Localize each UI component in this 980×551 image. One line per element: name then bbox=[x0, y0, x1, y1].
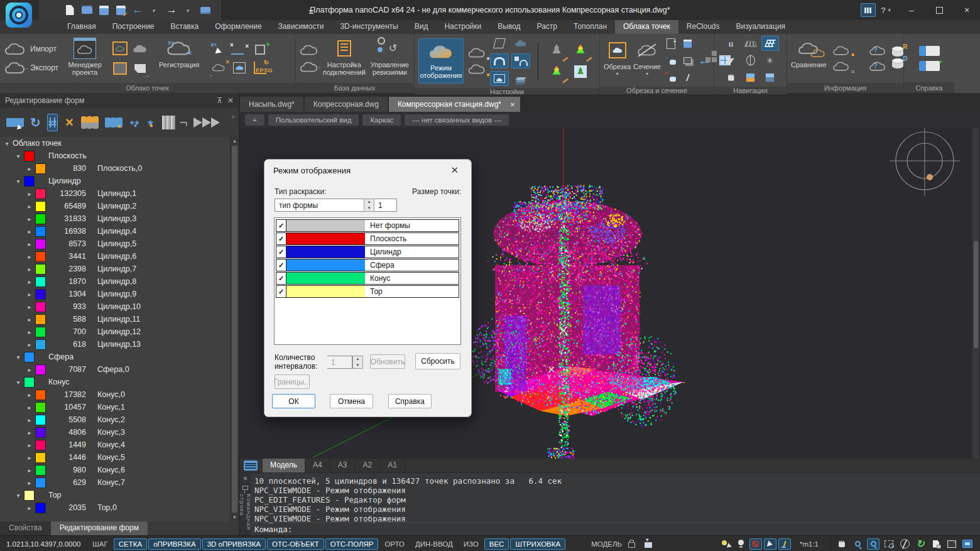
panel-tab[interactable]: Свойства bbox=[0, 521, 51, 535]
view-button[interactable]: Каркас bbox=[362, 114, 401, 126]
pan-hand-icon[interactable] bbox=[836, 538, 848, 550]
close-tab-icon[interactable]: × bbox=[510, 100, 515, 109]
clean-screen-icon[interactable] bbox=[945, 538, 958, 550]
tree-expander-icon[interactable]: ▸ bbox=[25, 190, 34, 197]
tree-item-label[interactable]: Конус bbox=[48, 378, 70, 386]
cancel-button[interactable]: Отмена bbox=[330, 394, 373, 408]
delete-clip-icon[interactable]: × bbox=[663, 70, 678, 85]
menu-tab[interactable]: Растр bbox=[529, 20, 565, 34]
tree-row[interactable]: ▸ 588 Цилиндр,11 bbox=[0, 313, 239, 325]
menu-tab[interactable]: Топоплан bbox=[565, 20, 615, 34]
tree-item-label[interactable]: Цилиндр,7 bbox=[97, 265, 136, 273]
layout-tab[interactable]: Модель bbox=[263, 459, 305, 472]
pin-panel-icon[interactable]: ⊼ bbox=[217, 96, 222, 105]
menu-tab[interactable]: Вид bbox=[406, 20, 437, 34]
model-space-label[interactable]: МОДЕЛЬ bbox=[591, 540, 622, 548]
shape-points-icon[interactable] bbox=[129, 114, 139, 131]
tree-item-label[interactable]: Цилиндр,2 bbox=[97, 202, 136, 210]
menu-tab[interactable]: Визуализация bbox=[728, 20, 794, 34]
spin-down-icon[interactable]: ▼ bbox=[364, 205, 374, 212]
cloud-info-icon[interactable]: ? bbox=[868, 45, 887, 57]
tree-row[interactable]: ▾ Сфера bbox=[0, 351, 239, 363]
shape-checkbox[interactable]: ✓ bbox=[276, 286, 286, 297]
tree-row[interactable]: ▸ 4806 Конус,3 bbox=[0, 426, 239, 439]
ribbon-layout-icon[interactable] bbox=[861, 3, 876, 17]
tree-row[interactable]: ▸ 31833 Цилиндр,3 bbox=[0, 212, 239, 225]
color-swatch[interactable] bbox=[35, 214, 46, 224]
tree-row[interactable]: ▸ 618 Цилиндр,13 bbox=[0, 338, 239, 351]
tree-item-label[interactable]: Цилиндр,13 bbox=[97, 340, 141, 349]
tree-row[interactable]: ▸ 7087 Сфера,0 bbox=[0, 363, 239, 376]
compass-sun-marker[interactable] bbox=[927, 174, 933, 180]
tree-row[interactable]: ▾ Цилиндр bbox=[0, 175, 239, 187]
color-swatch[interactable] bbox=[35, 226, 46, 237]
status-toggle[interactable]: ВЕС bbox=[484, 538, 509, 550]
tree-scrollbar[interactable]: ▲ ▼ bbox=[230, 137, 239, 521]
shape-color-row[interactable]: ✓ Цилиндр bbox=[276, 246, 459, 258]
tree-expander-icon[interactable]: ▸ bbox=[25, 303, 34, 310]
section-dropdown-icon[interactable]: ▾ bbox=[646, 70, 648, 78]
section-button[interactable]: Сечение ▾ bbox=[633, 38, 661, 83]
panel-toolbar-overflow[interactable]: » bbox=[231, 113, 235, 120]
quick-properties-icon[interactable] bbox=[778, 538, 791, 550]
revision-manager-button[interactable]: ↺ Управление ревизиями bbox=[369, 36, 410, 81]
tree-expander-icon[interactable]: ▸ bbox=[25, 329, 34, 336]
tree-item-label[interactable]: Цилиндр,10 bbox=[97, 302, 141, 311]
color-swatch[interactable] bbox=[35, 276, 46, 287]
color-swatch[interactable] bbox=[35, 415, 46, 425]
registration-button[interactable]: ×ˣ× Регистрация bbox=[153, 36, 205, 81]
project-manager-button[interactable]: Менеджер проекта bbox=[62, 36, 107, 81]
color-swatch[interactable] bbox=[35, 302, 46, 312]
dialog-titlebar[interactable]: Режим отображения ✕ bbox=[264, 160, 471, 181]
tree-expander-icon[interactable]: ▾ bbox=[14, 178, 23, 185]
viewport-scroll-thumb[interactable] bbox=[974, 241, 978, 348]
clip-button[interactable]: Обрезка ▾ bbox=[604, 38, 631, 83]
tree-row[interactable]: ▸ 16938 Цилиндр,4 bbox=[0, 225, 239, 237]
tree-expander-icon[interactable]: ▾ bbox=[14, 379, 23, 386]
cube-orange-icon[interactable] bbox=[742, 70, 760, 85]
panel-tab[interactable]: Редактирование форм bbox=[51, 521, 148, 535]
redo-history-icon[interactable] bbox=[183, 4, 194, 16]
fullscreen-icon[interactable] bbox=[961, 538, 974, 550]
sheet-lock-icon[interactable] bbox=[930, 538, 942, 550]
compare-button[interactable]: Сравнение bbox=[791, 36, 827, 81]
document-tab[interactable]: Насыпь.dwg*× bbox=[240, 97, 303, 112]
menu-tab[interactable]: Вставка bbox=[163, 20, 207, 34]
flight-grid-icon[interactable] bbox=[742, 36, 760, 51]
shape-color-row[interactable]: ✓ Конус bbox=[276, 272, 459, 285]
tree-item-label[interactable]: Цилиндр bbox=[48, 177, 81, 185]
copy-clip-icon[interactable] bbox=[680, 53, 695, 68]
layout-tab[interactable]: А4 bbox=[305, 459, 330, 472]
tree-expander-icon[interactable]: ▸ bbox=[25, 505, 34, 511]
classify-tree-rainbow-icon[interactable] bbox=[570, 41, 591, 60]
tree-expander-icon[interactable]: ▸ bbox=[25, 479, 34, 486]
color-swatch[interactable] bbox=[35, 339, 46, 350]
color-swatch[interactable] bbox=[35, 188, 46, 199]
layout-tab[interactable]: А2 bbox=[355, 459, 380, 472]
tree-row[interactable]: ▸ 1870 Цилиндр,8 bbox=[0, 275, 239, 288]
tree-expander-icon[interactable]: ▸ bbox=[25, 266, 34, 273]
orbit-icon[interactable] bbox=[898, 538, 911, 550]
magnet-box-icon[interactable] bbox=[511, 53, 530, 68]
cloud-query-icon[interactable]: ? bbox=[868, 60, 887, 72]
separator-bar-icon[interactable] bbox=[162, 114, 175, 131]
close-command-icon[interactable]: × bbox=[243, 474, 248, 483]
shape-color-row[interactable]: ✓ Плоскость bbox=[276, 232, 459, 245]
classify-tree-gray-icon[interactable] bbox=[546, 41, 567, 60]
color-swatch[interactable] bbox=[35, 264, 46, 275]
pick-points-icon[interactable]: ×ˣ bbox=[209, 41, 228, 58]
cloud-solid-icon[interactable] bbox=[511, 36, 530, 51]
shape-checkbox[interactable]: ✓ bbox=[276, 220, 286, 231]
minimize-button[interactable]: – bbox=[898, 0, 925, 20]
tree-row[interactable]: ▾ Плоскость bbox=[0, 150, 239, 162]
recalculate-icon[interactable] bbox=[30, 114, 41, 131]
annotation-scale[interactable]: *m1:1 bbox=[800, 540, 819, 548]
help-menu[interactable]: ? bbox=[879, 6, 886, 15]
tree-row[interactable]: ▸ 5508 Конус,2 bbox=[0, 413, 239, 426]
cloud-point-diff-icon[interactable]: ● bbox=[832, 45, 851, 57]
tree-item-label[interactable]: Цилиндр,11 bbox=[97, 315, 140, 324]
cloud-ring-diff-icon[interactable]: ○ bbox=[832, 60, 851, 72]
scrollbar-thumb[interactable] bbox=[232, 146, 237, 513]
menu-tab[interactable]: ReClouds bbox=[678, 20, 728, 34]
menu-tab[interactable]: Облака точек bbox=[615, 20, 678, 34]
